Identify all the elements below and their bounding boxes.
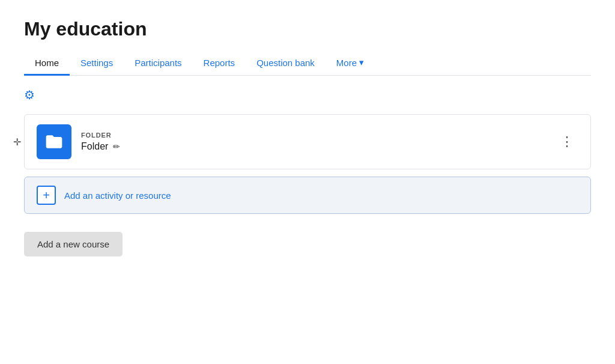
tab-question-bank[interactable]: Question bank — [246, 52, 326, 76]
tab-home[interactable]: Home — [24, 52, 70, 76]
edit-icon[interactable]: ✏ — [113, 142, 120, 151]
tab-participants[interactable]: Participants — [124, 52, 192, 76]
gear-icon[interactable]: ⚙ — [24, 88, 35, 102]
page-title: My education — [24, 18, 591, 40]
nav-tabs: Home Settings Participants Reports Quest… — [24, 51, 591, 76]
tab-more[interactable]: More ▾ — [326, 51, 375, 76]
folder-card: FOLDER Folder ✏ ⋮ — [24, 114, 591, 169]
drag-handle[interactable]: ✛ — [13, 136, 21, 148]
folder-icon — [44, 132, 64, 151]
more-options-button[interactable]: ⋮ — [556, 133, 578, 151]
tab-settings[interactable]: Settings — [70, 52, 124, 76]
folder-info: FOLDER Folder ✏ — [81, 132, 556, 152]
add-activity-label: Add an activity or resource — [64, 190, 171, 201]
folder-icon-box — [37, 124, 71, 159]
settings-icon-area: ⚙ — [24, 88, 591, 102]
folder-name-row: Folder ✏ — [81, 141, 556, 152]
folder-name: Folder — [81, 141, 108, 152]
add-activity-button[interactable]: + Add an activity or resource — [24, 177, 591, 214]
folder-type-label: FOLDER — [81, 132, 556, 139]
add-activity-plus-icon: + — [37, 186, 56, 205]
add-new-course-button[interactable]: Add a new course — [24, 232, 123, 256]
tab-reports[interactable]: Reports — [193, 52, 246, 76]
chevron-down-icon: ▾ — [359, 57, 364, 68]
